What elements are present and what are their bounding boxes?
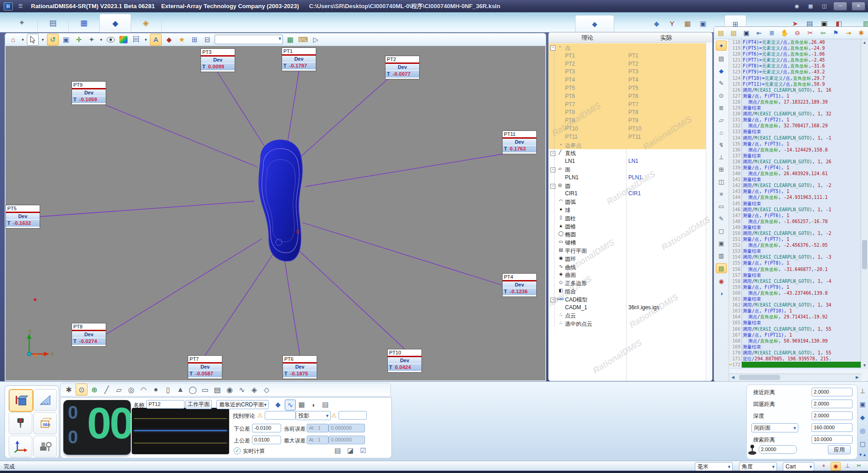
tree-row-PT10[interactable]: PT10PT10 bbox=[549, 125, 706, 133]
axes-snap-icon[interactable]: ⌖ bbox=[819, 462, 828, 470]
tree-row-PT1[interactable]: PT1PT1 bbox=[549, 52, 706, 60]
home-icon[interactable]: ⌂ bbox=[716, 128, 726, 137]
tree-row-圆柱[interactable]: ▯圆柱 bbox=[549, 214, 706, 222]
close-button[interactable]: ✕ bbox=[852, 2, 865, 10]
pin-marker-icon[interactable]: ✦ bbox=[86, 34, 97, 45]
edit-tools-icon[interactable]: ✂ bbox=[854, 462, 863, 470]
confirm-checkbox-icon[interactable]: ☑ bbox=[358, 445, 369, 456]
callout-pt5[interactable]: PT5DevT-0.1632 bbox=[5, 205, 40, 229]
save-icon[interactable]: ▣ bbox=[741, 28, 751, 38]
projection-input[interactable] bbox=[339, 411, 367, 420]
pause-hand-icon[interactable]: ✋ bbox=[780, 28, 790, 38]
feature-polygon-icon[interactable]: ◇ bbox=[261, 384, 272, 395]
tree-row-键槽[interactable]: ▭键槽 bbox=[549, 238, 706, 246]
open-add-icon[interactable]: ▤ bbox=[729, 28, 739, 38]
tree-row-圆环[interactable]: ◉圆环 bbox=[549, 255, 706, 263]
home-caret-icon[interactable]: ▾ bbox=[21, 37, 25, 42]
probe-align-icon[interactable]: ✛ bbox=[73, 34, 84, 45]
program-tools-icon[interactable]: ▤ bbox=[716, 54, 726, 63]
book-icon[interactable]: ◆ bbox=[716, 66, 726, 75]
window-menu-icon[interactable]: ☰ bbox=[16, 3, 25, 10]
filter-funnel-icon[interactable]: Y bbox=[666, 15, 678, 32]
feature-torus-icon[interactable]: ◉ bbox=[224, 384, 235, 395]
display-settings-icon[interactable]: ▢ bbox=[858, 439, 867, 448]
doc-lines-icon[interactable]: ≣ bbox=[716, 103, 726, 112]
zoom-window-icon[interactable]: ▣ bbox=[61, 34, 72, 45]
tree-row-CAD模型[interactable]: −CADCAD模型 bbox=[549, 295, 706, 303]
select-caret-icon[interactable]: ▾ bbox=[41, 37, 45, 42]
tree-row-面[interactable]: −▱面 bbox=[549, 165, 706, 173]
edit-pencil-icon[interactable]: ✎ bbox=[716, 214, 726, 223]
tree-row-平行平面[interactable]: ▤平行平面 bbox=[549, 246, 706, 255]
goto-line-icon[interactable]: ▤ bbox=[716, 263, 727, 273]
tree-row-圆弧[interactable]: ◠圆弧 bbox=[549, 198, 706, 206]
param-input[interactable]: 2.0000 bbox=[812, 388, 853, 396]
feature-line-icon[interactable]: ╱ bbox=[101, 384, 112, 395]
tree-row-圆锥[interactable]: ▲圆锥 bbox=[549, 222, 706, 230]
mirror-icon[interactable]: ◑ bbox=[716, 289, 726, 298]
flag-icon[interactable]: ⚑ bbox=[831, 28, 841, 38]
find-theory-input[interactable] bbox=[265, 411, 296, 420]
tree-row-PT4[interactable]: PT4PT4 bbox=[549, 76, 706, 84]
param-input[interactable]: 10.0000 bbox=[812, 435, 853, 444]
probe-mode-button[interactable] bbox=[9, 389, 33, 412]
feature-arc-icon[interactable]: ◠ bbox=[138, 384, 149, 395]
upper-tolerance-input[interactable]: 0.0100 bbox=[252, 436, 281, 444]
tree-row-椭圆[interactable]: ◯椭圆 bbox=[549, 230, 706, 238]
remove-line-icon[interactable]: ⊖ bbox=[792, 28, 802, 38]
filter-cube-icon[interactable]: ◆ bbox=[651, 15, 663, 32]
tree-row-LN1[interactable]: LN1LN1 bbox=[549, 157, 706, 165]
tree-expand-icon[interactable]: − bbox=[550, 151, 555, 156]
search-model-icon[interactable]: ◎ bbox=[858, 426, 867, 435]
crd-plane-dropdown[interactable]: 最靠近的CRD平面 bbox=[216, 400, 269, 409]
callout-pt8[interactable]: PT8DevT-0.0274 bbox=[72, 323, 106, 347]
exit-line-icon[interactable]: ⇦ bbox=[818, 28, 828, 38]
scroll-right-icon[interactable]: ▶ bbox=[854, 374, 860, 380]
joystick-speed-input[interactable]: 2.0000 bbox=[759, 445, 797, 454]
home-icon[interactable]: ⌂ bbox=[8, 34, 19, 45]
tree-row-组合[interactable]: ◧组合 bbox=[549, 287, 706, 295]
stamp-icon[interactable]: ⊙ bbox=[716, 91, 726, 100]
tree-row-边界点[interactable]: ▪边界点 bbox=[549, 141, 706, 149]
projection-dropdown[interactable]: 投影 bbox=[296, 411, 331, 420]
clipboard-icon[interactable]: ▥ bbox=[716, 251, 726, 260]
horizontal-scroll-thumb[interactable] bbox=[739, 375, 780, 380]
select-cursor-icon[interactable] bbox=[27, 34, 39, 46]
tree-expand-icon[interactable]: − bbox=[550, 46, 555, 51]
callout-pt6[interactable]: PT6DevT-0.1875 bbox=[282, 355, 317, 379]
report-note-icon[interactable]: ▤ bbox=[332, 445, 343, 456]
machine-setup-button[interactable] bbox=[33, 436, 57, 457]
probe-manager-icon[interactable]: ⊥ bbox=[858, 386, 867, 395]
feature-cylinder-icon[interactable]: ▯ bbox=[163, 384, 174, 395]
param-input[interactable]: 160.0000 bbox=[812, 423, 853, 432]
tree-expand-icon[interactable]: − bbox=[550, 184, 555, 189]
pin-caret-icon[interactable]: ▾ bbox=[99, 37, 103, 42]
tree-row-球[interactable]: ●球 bbox=[549, 206, 706, 214]
tree-row-选中的点云[interactable]: ∴选中的点云 bbox=[549, 319, 706, 327]
view-eye-icon[interactable] bbox=[105, 34, 116, 45]
feature-special-icon[interactable]: ✱ bbox=[63, 384, 74, 395]
callout-pt1[interactable]: PT1DevT-0.1797 bbox=[282, 47, 316, 71]
tree-row-正多边形[interactable]: ◇正多边形 bbox=[549, 279, 706, 287]
tree-row-曲面[interactable]: ◈曲面 bbox=[549, 270, 706, 279]
workplane-button[interactable]: 工作平面 bbox=[185, 400, 212, 409]
tree-row-PT8[interactable]: PT8PT8 bbox=[549, 108, 706, 116]
callout-pt10[interactable]: PT10DevT0.0424 bbox=[387, 349, 422, 373]
plane-icon[interactable]: ▱ bbox=[716, 115, 726, 125]
erase-doc-icon[interactable]: ▭ bbox=[716, 202, 726, 211]
monitor-add-icon[interactable]: ▣ bbox=[716, 239, 726, 248]
pin-icon[interactable]: ✦ bbox=[716, 41, 727, 51]
param-input[interactable]: 2.0000 bbox=[812, 400, 853, 408]
tree-row-PT6[interactable]: PT6PT6 bbox=[549, 92, 706, 100]
tree-row-曲线[interactable]: ∿曲线 bbox=[549, 263, 706, 271]
feature-cone-icon[interactable]: ▲ bbox=[175, 384, 186, 395]
table-mode-icon[interactable]: ▦ bbox=[297, 400, 307, 410]
program-horizontal-scrollbar[interactable]: ◀ ▶ bbox=[729, 374, 861, 381]
tree-row-PT11[interactable]: PT11PT11 bbox=[549, 133, 706, 141]
tree-row-CADM_1[interactable]: CADM_136r#.iges.igs bbox=[549, 303, 706, 312]
emergency-stop-icon[interactable]: ◉ bbox=[831, 462, 841, 471]
tree-expand-icon[interactable]: − bbox=[550, 297, 555, 302]
copy-add-icon[interactable]: ◫ bbox=[716, 177, 726, 186]
scroll-down-icon[interactable]: ▼ bbox=[862, 363, 868, 369]
edit-note-icon[interactable]: ✎ bbox=[716, 78, 726, 88]
